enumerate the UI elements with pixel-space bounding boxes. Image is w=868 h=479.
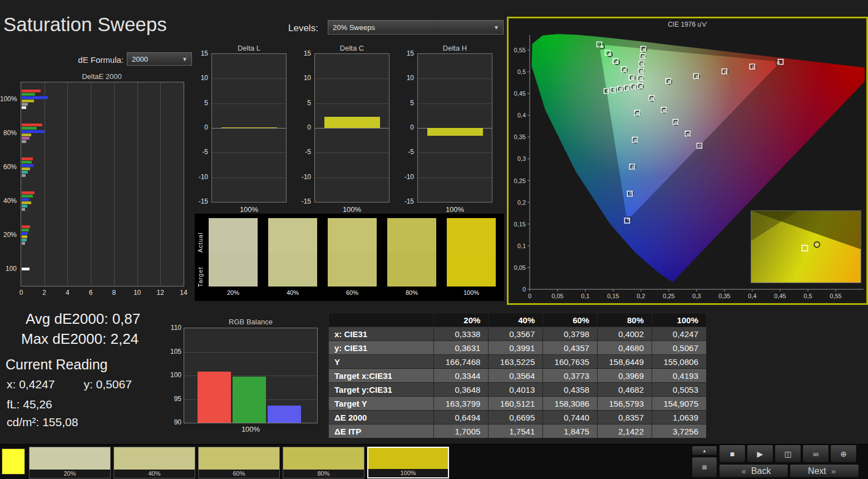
next-button[interactable]: Next » <box>790 464 859 478</box>
gridline <box>212 128 286 129</box>
levels-dropdown[interactable]: 20% Sweeps ▼ <box>328 20 504 34</box>
axis-tick-label: 0,45 <box>774 293 786 299</box>
table-row: Target Y163,3799160,5121158,3086156,5793… <box>329 397 707 411</box>
axis-tick-label: 2 <box>42 289 46 297</box>
saturation-tile-100%[interactable]: 100% <box>367 447 449 478</box>
delta-h-y-axis: 151050-5-10-15 <box>398 53 414 203</box>
axis-tick-label: 10 <box>295 74 311 82</box>
cie-chart: 00,050,10,150,20,250,30,350,40,450,50,55… <box>509 18 865 302</box>
color-swatch <box>209 218 258 287</box>
axis-tick-label: 0,25 <box>663 293 674 299</box>
swatch-actual <box>447 218 496 253</box>
panel-toggle-button[interactable]: ▴ <box>692 446 717 456</box>
bar <box>22 208 25 211</box>
axis-tick-label: 110 <box>166 324 181 332</box>
target-button[interactable]: ⊕ <box>830 445 857 463</box>
bar-green <box>233 377 266 423</box>
axis-tick-label: -5 <box>295 148 311 156</box>
table-cell: 0,3631 <box>434 341 489 355</box>
table-cell: 0,3773 <box>543 369 598 383</box>
gridline <box>212 103 286 104</box>
axis-tick-label: -10 <box>193 173 208 181</box>
tile-label: 20% <box>29 470 110 478</box>
gridline <box>315 128 389 129</box>
display-mode-button[interactable]: ■ <box>692 457 717 478</box>
saturation-tile-40%[interactable]: 40% <box>114 447 195 478</box>
table-cell: 0,5053 <box>652 383 707 397</box>
table-cell: 0,4193 <box>652 369 707 383</box>
bar <box>22 268 29 270</box>
cdm2-stat: cd/m²: 155,08 <box>7 416 78 429</box>
gridline <box>418 78 492 79</box>
triangle-up-icon: ▴ <box>703 448 706 453</box>
cdm2-value: 155,08 <box>42 416 78 428</box>
swatch-label: 100% <box>447 289 496 296</box>
measurement-marker <box>615 60 620 65</box>
frame-icon: ◫ <box>784 450 791 458</box>
axis-tick-label: 0,25 <box>514 177 526 184</box>
axis-tick-label: 5 <box>295 99 311 107</box>
fl-value: 45,26 <box>23 398 52 411</box>
de-formula-dropdown[interactable]: 2000 ▼ <box>127 52 192 66</box>
swatch-target <box>387 253 436 287</box>
stop-button[interactable]: ■ <box>719 445 746 463</box>
max-de2000-stat: Max dE2000: 2,24 <box>21 330 139 348</box>
bar <box>22 90 41 92</box>
axis-tick-label: -15 <box>295 197 311 205</box>
delta-l-chart[interactable] <box>211 53 287 203</box>
delta-c-x-label: 100% <box>314 205 389 214</box>
color-swatch <box>447 218 496 287</box>
double-chevron-right-icon: » <box>831 466 836 476</box>
axis-tick-label: -5 <box>193 148 208 156</box>
table-cell: 160,7635 <box>543 355 598 369</box>
saturation-tile-80%[interactable]: 80% <box>283 447 364 478</box>
zoom-inset <box>751 211 861 283</box>
table-row: y: CIE310,36310,39910,43570,46800,5067 <box>329 341 707 355</box>
axis-tick-label: 100% <box>0 95 17 103</box>
axis-tick-label: 0,55 <box>830 293 841 299</box>
table-column-header: 100% <box>652 313 707 327</box>
delta-h-chart[interactable] <box>417 53 492 203</box>
saturation-tile-20%[interactable]: 20% <box>29 447 111 478</box>
axis-tick-label: 0,05 <box>514 264 526 271</box>
saturation-tile-60%[interactable]: 60% <box>198 447 280 478</box>
app-root: Saturation Sweeps Levels: 20% Sweeps ▼ d… <box>0 0 868 479</box>
back-button-label: Back <box>751 466 771 476</box>
table-cell: 0,3648 <box>434 383 489 397</box>
gridline <box>212 152 286 153</box>
table-cell: 155,0806 <box>652 355 707 369</box>
cdm2-label: cd/m²: <box>7 416 39 428</box>
measurement-marker <box>606 88 611 93</box>
table-row-label: ΔE ITP <box>329 424 434 438</box>
max-de2000-label: Max dE2000: <box>21 330 106 347</box>
table-cell: 0,3991 <box>489 341 543 355</box>
frame-button[interactable]: ◫ <box>775 445 801 463</box>
back-button[interactable]: « Back <box>719 464 788 478</box>
table-cell: 1,7005 <box>434 424 489 438</box>
cie-1976-panel[interactable]: CIE 1976 u'v' 00,050,10,150,20,250,30,35… <box>507 17 868 305</box>
table-cell: 0,3344 <box>434 369 489 383</box>
table-cell: 2,1422 <box>598 424 652 438</box>
delta-c-chart[interactable] <box>314 53 389 203</box>
swatch-target <box>268 253 317 287</box>
play-button[interactable]: ▶ <box>747 445 773 463</box>
delta-h-x-label: 100% <box>417 205 492 214</box>
table-row: ΔE 20000,64940,66950,74400,83571,0639 <box>329 411 707 424</box>
table-row-label: y: CIE31 <box>329 341 434 355</box>
axis-tick-label: 0,4 <box>748 293 756 299</box>
deltae2000-chart-title: DeltaE 2000 <box>19 72 184 81</box>
rgb-balance-chart[interactable] <box>184 328 318 423</box>
gridline <box>212 177 286 178</box>
table-cell: 166,7468 <box>434 355 489 369</box>
table-cell: 0,6494 <box>434 411 489 424</box>
table-column-header: 40% <box>489 313 543 327</box>
measurement-marker <box>814 242 820 248</box>
table-row: Y166,7468163,5225160,7635158,6449155,080… <box>329 355 707 369</box>
table-cell: 0,4013 <box>489 383 543 397</box>
deltae2000-y-axis: 100%80%60%40%20%100 <box>0 82 18 287</box>
swatch-actual <box>387 218 436 253</box>
deltae2000-chart[interactable] <box>21 82 184 287</box>
loop-button[interactable]: ∞ <box>802 445 829 463</box>
double-chevron-left-icon: « <box>742 466 746 476</box>
rgb-balance-y-axis: 1101051009590 <box>166 328 181 423</box>
